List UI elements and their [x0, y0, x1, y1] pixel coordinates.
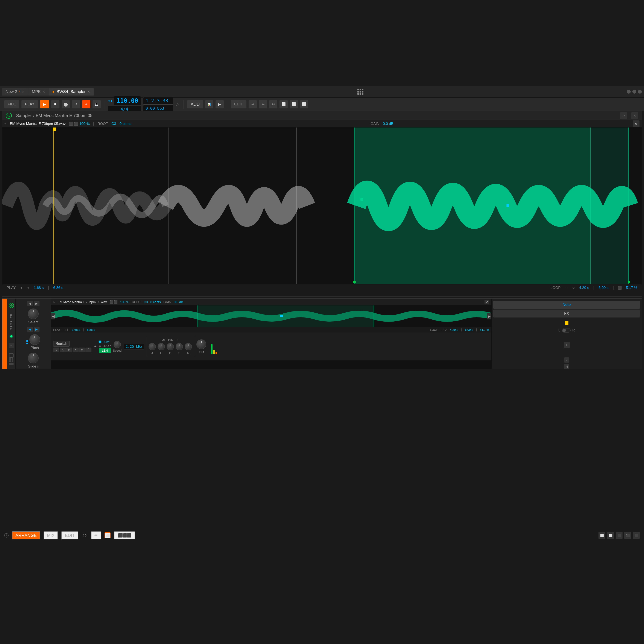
triangle-btn[interactable]: ◁ — [564, 364, 569, 369]
loop-mode-item[interactable]: LOOP — [99, 344, 111, 348]
r-knob[interactable] — [185, 343, 192, 350]
add-slot-btn[interactable]: + — [564, 342, 570, 348]
arrow-right-btn[interactable]: ▶ — [34, 301, 39, 306]
chart-button[interactable]: 📊 — [205, 100, 213, 108]
a-knob[interactable] — [149, 343, 156, 350]
play-length-val: 6.86 s — [53, 286, 63, 290]
sampler-settings-btn[interactable]: ⚙ — [633, 120, 639, 127]
tab-bws4-close[interactable]: ✕ — [87, 90, 90, 94]
shape-btn-1[interactable]: ∿ — [53, 348, 59, 352]
add-track-button[interactable]: ADD — [187, 100, 203, 108]
zoom-control[interactable]: ⬛⬛ 100 % — [69, 122, 90, 126]
bp-waveform[interactable]: ≈ EM Mvoc Mantra E 70bpm 05.wav ⬛⬛ 100 %… — [51, 299, 491, 369]
arrange-btn[interactable]: ARRANGE — [12, 531, 40, 540]
tab-new2[interactable]: New 2 * ✕ — [2, 88, 28, 96]
mixer-btn[interactable]: ⬛ — [616, 532, 623, 539]
shape-btn-3[interactable]: ⊓ — [66, 348, 72, 352]
device-btn[interactable]: ⬜ — [607, 532, 614, 539]
blue-arrow-right[interactable]: ▶ — [34, 327, 39, 332]
scissors-button[interactable]: ✂ — [269, 100, 277, 108]
root-note[interactable]: C3 — [111, 122, 116, 126]
waveform-container[interactable] — [2, 128, 642, 284]
gain-value[interactable]: 0.0 dB — [383, 122, 393, 126]
paste-button[interactable]: ⬜ — [290, 100, 298, 108]
pencil-btn[interactable]: ✏ — [91, 531, 101, 539]
inspector-btn[interactable]: ⬛ — [624, 532, 631, 539]
root-offset[interactable]: 0 cents — [120, 122, 131, 126]
metronome-icon[interactable]: △ — [176, 102, 179, 107]
play-button[interactable]: ▶ — [40, 100, 49, 108]
bp-power-btn[interactable]: ⏻ — [9, 303, 14, 308]
position-section: 1.2.3.33 0:00.863 — [143, 97, 173, 112]
pitch-ind-2 — [26, 343, 28, 344]
tab-mpe-close[interactable]: ✕ — [43, 90, 45, 94]
play-label-button[interactable]: PLAY — [21, 100, 38, 108]
record-button[interactable]: ⬤ — [62, 100, 70, 108]
wave-scroll-left[interactable]: ◀ — [51, 313, 55, 319]
loop-button[interactable]: ↺ — [72, 100, 80, 108]
fx-button[interactable]: FX — [493, 310, 640, 317]
mode-icon-1[interactable] — [9, 353, 14, 358]
stop-button[interactable]: ■ — [51, 100, 59, 108]
glide-knob[interactable] — [28, 353, 39, 363]
edit-button[interactable]: EDIT — [231, 100, 246, 108]
freq-value[interactable]: 2.25 kHz — [124, 344, 144, 349]
sep-bar3: | — [613, 286, 614, 290]
info-btn[interactable]: i — [4, 533, 9, 538]
blue-arrow-left[interactable]: ◀ — [27, 327, 33, 332]
copy-button[interactable]: ⬜ — [279, 100, 288, 108]
wave-scroll-right[interactable]: ▶ — [487, 313, 491, 319]
mode-icon-2[interactable] — [9, 358, 14, 362]
shape-btn-4[interactable]: ∧ — [73, 348, 79, 352]
bp-expand-btn[interactable]: ↗ — [485, 300, 489, 304]
close-btn[interactable] — [638, 90, 642, 94]
zoom-bars-icon: ⬛⬛ — [69, 122, 78, 126]
lr-slider[interactable] — [562, 328, 571, 333]
shape-btn-6[interactable]: ⌒ — [85, 348, 91, 352]
out-knob[interactable] — [196, 339, 206, 349]
note-button[interactable]: Note — [493, 301, 640, 309]
shape-btn-5[interactable]: ∨ — [79, 348, 85, 352]
settings-icon-btn[interactable]: ? — [564, 357, 569, 363]
h-knob[interactable] — [158, 343, 165, 350]
piano-roll-btn[interactable]: ⬛⬛⬛ — [114, 531, 135, 539]
select-knob[interactable] — [28, 308, 39, 319]
mix-btn[interactable]: MIX — [44, 531, 58, 540]
s-knob[interactable] — [176, 343, 183, 350]
bp-wave-display[interactable]: ◀ ▶ — [51, 305, 491, 327]
record-mode-btn[interactable]: ⬜ — [105, 532, 111, 538]
meter-btn[interactable]: ⬛ — [633, 532, 640, 539]
tab-bws4[interactable]: ▶ BWS4_Sampler ✕ — [49, 88, 94, 96]
position-display[interactable]: 1.2.3.33 — [143, 97, 173, 105]
minimize-btn[interactable] — [627, 90, 631, 94]
bpm-display[interactable]: 110.00 — [114, 96, 141, 105]
shape-btn-2[interactable]: △ — [60, 348, 66, 352]
add-sampler-btn[interactable]: + — [9, 343, 14, 348]
time-display[interactable]: 0:00.863 — [143, 105, 173, 112]
power-led — [10, 335, 12, 337]
tab-mpe[interactable]: MPE ✕ — [28, 88, 49, 96]
len-btn[interactable]: LEN — [99, 348, 111, 353]
browser-btn[interactable]: ⬜ — [598, 532, 605, 539]
mode-icon-3[interactable] — [9, 363, 14, 365]
duplicate-button[interactable]: ⬜ — [300, 100, 308, 108]
repitch-dropdown[interactable]: Repitch — [53, 341, 70, 347]
file-button[interactable]: FILE — [4, 100, 19, 108]
play-mode-item[interactable]: PLAY — [99, 340, 111, 343]
undo-button[interactable]: ↩ — [249, 100, 257, 108]
pitch-knob[interactable] — [29, 334, 40, 345]
add-device-button[interactable]: + — [82, 100, 90, 108]
speed-knob[interactable] — [114, 341, 121, 348]
arrows-icon[interactable] — [82, 532, 88, 538]
redo-button[interactable]: ↪ — [259, 100, 267, 108]
close-sampler-btn[interactable]: ✕ — [631, 112, 638, 119]
maximize-btn[interactable] — [632, 90, 636, 94]
d-knob[interactable] — [167, 343, 174, 350]
sampler-power-btn[interactable]: ⏻ — [6, 113, 12, 119]
play-mode-button[interactable]: ▶ — [216, 100, 224, 108]
midi-button[interactable]: 🎹 — [93, 100, 101, 108]
expand-btn[interactable]: ↗ — [620, 112, 627, 119]
edit-btn[interactable]: EDIT — [61, 531, 78, 540]
tab-new2-close[interactable]: ✕ — [22, 90, 24, 94]
arrow-left-btn[interactable]: ◀ — [27, 301, 33, 306]
